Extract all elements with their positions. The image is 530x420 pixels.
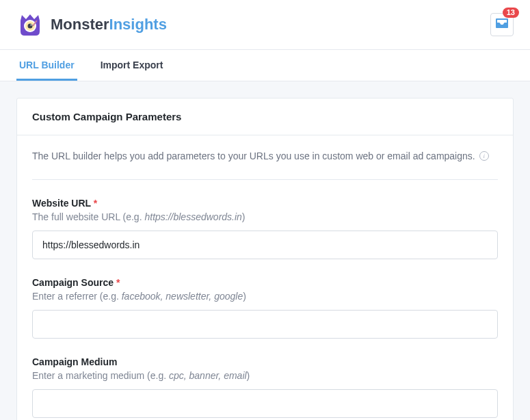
notifications-wrap: 13 [490,13,514,36]
help-post: ) [247,370,250,381]
tab-url-builder[interactable]: URL Builder [16,50,77,81]
tab-import-export[interactable]: Import Export [98,50,166,81]
campaign-medium-help: Enter a marketing medium (e.g. cpc, bann… [32,370,498,381]
app-header: MonsterInsights 13 [0,0,530,50]
campaign-source-help: Enter a referrer (e.g. facebook, newslet… [32,291,498,302]
help-pre: Enter a referrer (e.g. [32,291,122,302]
brand-text: MonsterInsights [51,16,167,34]
help-post: ) [243,291,246,302]
label-text: Website URL [32,198,91,209]
required-marker: * [94,198,97,209]
field-campaign-medium: Campaign Medium Enter a marketing medium… [32,356,498,418]
field-campaign-source: Campaign Source * Enter a referrer (e.g.… [32,277,498,339]
help-pre: Enter a marketing medium (e.g. [32,370,169,381]
help-em: https://blessedwords.in [144,211,241,222]
help-post: ) [242,211,246,222]
notifications-count: 13 [503,8,519,18]
monster-icon [16,11,44,38]
label-text: Campaign Source [32,277,114,288]
brand-word-b: Insights [109,16,167,33]
field-website-url: Website URL * The full website URL (e.g.… [32,198,498,259]
brand-logo: MonsterInsights [16,11,167,38]
required-marker: * [116,277,120,288]
campaign-source-label: Campaign Source * [32,277,498,288]
brand-word-a: Monster [51,16,109,33]
campaign-medium-label: Campaign Medium [32,356,498,367]
intro-text: The URL builder helps you add parameters… [32,150,475,161]
page-tabs: URL Builder Import Export [0,50,530,81]
panel-title: Custom Campaign Parameters [17,99,513,135]
help-em: cpc, banner, email [169,370,247,381]
svg-point-3 [31,25,32,26]
panel-body: The URL builder helps you add parameters… [17,135,513,420]
page-content: Custom Campaign Parameters The URL build… [0,81,530,420]
svg-point-2 [28,24,33,29]
website-url-input[interactable] [32,231,498,259]
info-icon[interactable]: i [479,151,489,161]
help-em: facebook, newsletter, google [122,291,243,302]
campaign-medium-input[interactable] [32,389,498,418]
website-url-label: Website URL * [32,198,498,209]
website-url-help: The full website URL (e.g. https://bless… [32,211,498,222]
campaign-source-input[interactable] [32,310,498,339]
inbox-icon [496,18,508,31]
label-text: Campaign Medium [32,356,117,367]
panel-intro: The URL builder helps you add parameters… [32,150,498,180]
campaign-panel: Custom Campaign Parameters The URL build… [16,98,514,420]
help-pre: The full website URL (e.g. [32,211,144,222]
